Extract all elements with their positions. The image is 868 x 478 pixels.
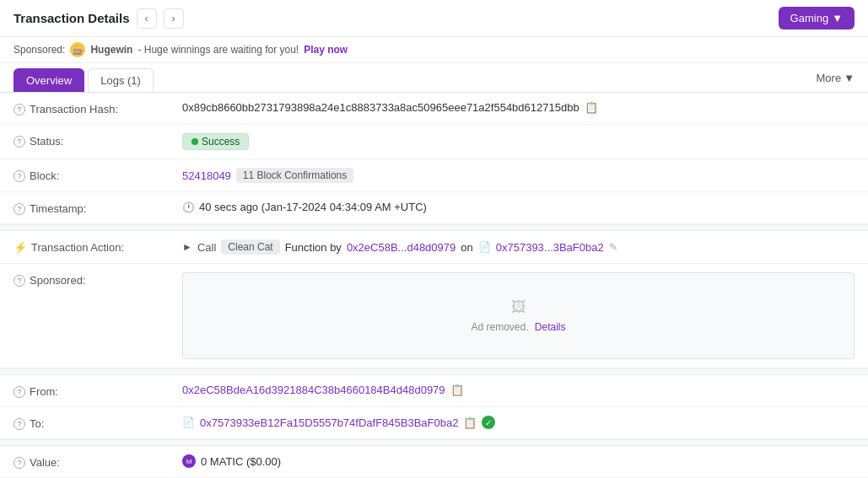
to-label: ? To: xyxy=(13,416,182,430)
to-address-link[interactable]: 0x7573933eB12Fa15D5557b74fDafF845B3BaF0b… xyxy=(200,416,458,429)
play-now-link[interactable]: Play now xyxy=(304,44,348,56)
to-row: ? To: 📄 0x7573933eB12Fa15D5557b74fDafF84… xyxy=(0,407,868,439)
from-label: ? From: xyxy=(13,384,182,398)
help-icon[interactable]: ? xyxy=(13,457,25,469)
sponsor-bar: Sponsored: 🎰 Hugewin - Huge winnings are… xyxy=(0,37,868,63)
chevron-down-icon: ▼ xyxy=(832,12,843,24)
clock-icon: 🕐 xyxy=(182,201,195,213)
help-icon[interactable]: ? xyxy=(13,136,25,148)
action-label: ⚡ Transaction Action: xyxy=(13,239,182,254)
copy-icon2[interactable]: 📋 xyxy=(463,416,477,429)
ad-box: 🖼 Ad removed. Details xyxy=(182,272,855,359)
help-icon[interactable]: ? xyxy=(13,275,25,287)
page-title: Transaction Details xyxy=(13,11,130,25)
to-value: 📄 0x7573933eB12Fa15D5557b74fDafF845B3BaF… xyxy=(182,416,855,429)
block-row: ? Block: 52418049 11 Block Confirmations xyxy=(0,159,868,192)
sponsor-description: - Huge winnings are waiting for you! xyxy=(137,44,299,56)
nav-back-button[interactable]: ‹ xyxy=(137,8,157,29)
divider xyxy=(0,224,868,231)
ad-monitor-icon: 🖼 xyxy=(200,298,837,316)
confirmations-badge: 11 Block Confirmations xyxy=(236,168,353,183)
sponsored-label: Sponsored: xyxy=(13,44,65,56)
block-label: ? Block: xyxy=(13,168,182,182)
help-icon[interactable]: ? xyxy=(13,418,25,430)
value-label: ? Value: xyxy=(13,454,182,469)
action-row: ⚡ Transaction Action: ► Call Clean Cat F… xyxy=(0,231,868,264)
edit-icon[interactable]: ✎ xyxy=(609,241,617,253)
block-number-link[interactable]: 52418049 xyxy=(182,169,231,182)
copy-icon[interactable]: 📋 xyxy=(450,384,464,396)
success-dot xyxy=(191,138,198,145)
sponsor-name: Hugewin xyxy=(90,44,132,56)
nav-forward-button[interactable]: › xyxy=(164,8,184,29)
from-address-link[interactable]: 0x2eC58BdeA16d3921884C38b4660184B4d48d09… xyxy=(182,384,445,396)
block-value: 52418049 11 Block Confirmations xyxy=(182,168,855,183)
action-value: ► Call Clean Cat Function by 0x2eC58B...… xyxy=(182,239,855,255)
value-row: ? Value: M 0 MATIC ($0.00) xyxy=(0,446,868,478)
clean-cat-badge: Clean Cat xyxy=(221,239,279,255)
help-icon[interactable]: ? xyxy=(13,104,25,115)
tx-hash-label: ? Transaction Hash: xyxy=(13,101,182,115)
action-address1-link[interactable]: 0x2eC58B...d48d0979 xyxy=(347,241,456,254)
top-bar: Transaction Details ‹ › Gaming ▼ xyxy=(0,0,868,37)
timestamp-label: ? Timestamp: xyxy=(13,201,182,215)
help-icon[interactable]: ? xyxy=(13,203,25,215)
chevron-down-icon: ▼ xyxy=(844,72,855,84)
copy-icon[interactable]: 📋 xyxy=(585,101,598,114)
verified-icon: ✓ xyxy=(482,416,495,429)
from-value: 0x2eC58BdeA16d3921884C38b4660184B4d48d09… xyxy=(182,384,855,396)
matic-icon: M xyxy=(182,454,196,468)
status-label: ? Status: xyxy=(13,133,182,148)
content: ? Transaction Hash: 0x89cb8660bb27317938… xyxy=(0,93,868,478)
call-tag: Call xyxy=(197,241,216,254)
lightning-icon: ⚡ xyxy=(13,241,27,254)
tab-logs[interactable]: Logs (1) xyxy=(88,68,154,92)
help-icon[interactable]: ? xyxy=(13,170,25,182)
arrow-icon: ► xyxy=(182,241,192,253)
tx-hash-value: 0x89cb8660bb2731793898a24e1c8883733a8ac5… xyxy=(182,101,855,114)
tx-hash-row: ? Transaction Hash: 0x89cb8660bb27317938… xyxy=(0,93,868,125)
from-row: ? From: 0x2eC58BdeA16d3921884C38b4660184… xyxy=(0,375,868,407)
ad-removed-text: Ad removed. xyxy=(471,321,528,333)
status-badge: Success xyxy=(182,133,249,150)
sponsor-icon: 🎰 xyxy=(70,42,85,57)
ad-details-link[interactable]: Details xyxy=(535,321,566,333)
help-icon[interactable]: ? xyxy=(13,386,25,398)
tabs-bar: Overview Logs (1) More ▼ xyxy=(0,63,868,93)
gaming-button[interactable]: Gaming ▼ xyxy=(779,7,855,30)
timestamp-value: 🕐 40 secs ago (Jan-17-2024 04:34:09 AM +… xyxy=(182,201,855,213)
gaming-label: Gaming xyxy=(790,12,829,24)
doc-icon: 📄 xyxy=(478,241,491,253)
sponsored-ad-value: 🖼 Ad removed. Details xyxy=(182,272,855,359)
action-address2-link[interactable]: 0x757393...3BaF0ba2 xyxy=(496,241,604,254)
status-value: Success xyxy=(182,133,855,150)
sponsored-row: ? Sponsored: 🖼 Ad removed. Details xyxy=(0,264,868,368)
tab-overview[interactable]: Overview xyxy=(13,68,84,92)
status-row: ? Status: Success xyxy=(0,125,868,159)
more-button[interactable]: More ▼ xyxy=(817,72,855,89)
tabs-left: Overview Logs (1) xyxy=(13,68,154,92)
divider3 xyxy=(0,439,868,446)
divider2 xyxy=(0,368,868,375)
doc-icon2: 📄 xyxy=(182,416,195,428)
value-value: M 0 MATIC ($0.00) xyxy=(182,454,855,468)
timestamp-row: ? Timestamp: 🕐 40 secs ago (Jan-17-2024 … xyxy=(0,192,868,224)
top-bar-left: Transaction Details ‹ › xyxy=(13,8,184,29)
sponsored-ad-label: ? Sponsored: xyxy=(13,272,182,287)
